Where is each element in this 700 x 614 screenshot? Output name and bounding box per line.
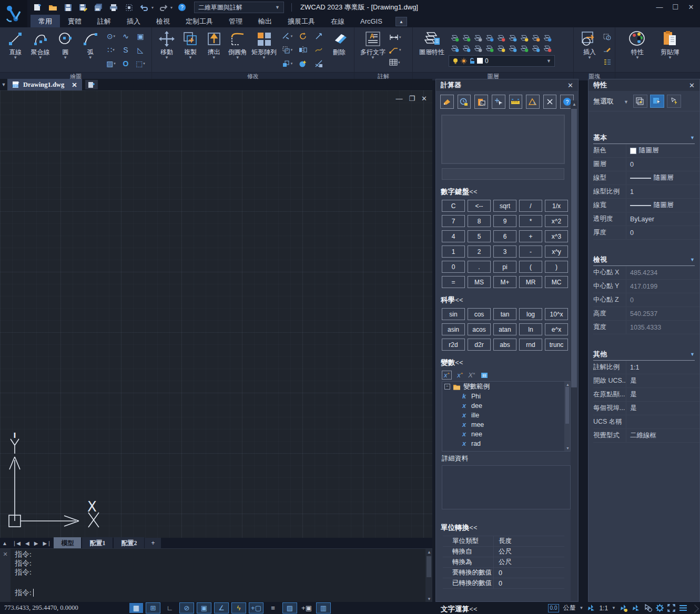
rotate-icon[interactable] xyxy=(299,32,307,40)
prop-value[interactable]: 隨圖層 xyxy=(626,144,699,157)
unit-row-value[interactable]: 0 xyxy=(493,578,564,588)
rect-array-button[interactable]: 矩形陣列 ▼ xyxy=(250,28,278,71)
calc-key-6[interactable]: 6 xyxy=(493,230,516,242)
fullscreen-icon[interactable] xyxy=(667,604,675,612)
calc-key-10^x[interactable]: 10^x xyxy=(545,308,568,320)
command-history[interactable]: 指令:指令:指令: 指令: xyxy=(11,549,425,602)
arc-button[interactable]: 弧 ▼ xyxy=(79,28,103,71)
calc-key-r2d[interactable]: r2d xyxy=(442,339,465,351)
command-prompt[interactable]: 指令: xyxy=(15,588,34,597)
menu-tab[interactable]: 擴展工具 xyxy=(280,15,323,27)
calc-key-x^y[interactable]: x^y xyxy=(545,245,568,258)
clear-icon[interactable] xyxy=(440,95,454,109)
calc-key-d2r[interactable]: d2r xyxy=(468,339,491,351)
calc-key-<--[interactable]: <-- xyxy=(468,200,491,212)
calc-key-/[interactable]: / xyxy=(519,200,542,212)
calc-key-tan[interactable]: tan xyxy=(493,308,516,320)
chevron-down-icon[interactable]: ▼ xyxy=(13,56,17,60)
measure-angle-icon[interactable] xyxy=(526,95,540,109)
chevron-down-icon[interactable]: ▼ xyxy=(624,99,628,105)
measure-distance-icon[interactable] xyxy=(509,95,523,109)
layer-tool-icon[interactable] xyxy=(543,45,552,53)
layer-tool-icon[interactable] xyxy=(485,45,494,53)
block-attributes-icon[interactable] xyxy=(603,59,611,66)
layer-tool-icon[interactable] xyxy=(462,45,471,53)
chevron-down-icon[interactable]: ▼ xyxy=(690,257,695,262)
spline-icon[interactable]: ∿ xyxy=(123,32,129,40)
chevron-down-icon[interactable]: ▼ xyxy=(88,56,93,60)
doc-close-icon[interactable]: ✕ xyxy=(421,95,427,103)
prop-value[interactable]: 隨圖層 xyxy=(626,199,699,212)
ribbon-collapse-icon[interactable]: ▲ xyxy=(395,17,407,26)
viewport-icon[interactable]: ▥ xyxy=(316,602,331,613)
table-icon[interactable]: ▾ xyxy=(389,59,401,66)
calc-key--[interactable]: - xyxy=(519,245,542,258)
scroll-thumb[interactable] xyxy=(565,387,569,424)
chevron-down-icon[interactable]: ▼ xyxy=(262,56,266,60)
last-layout-icon[interactable]: ▶❘ xyxy=(40,540,53,546)
layer-tool-icon[interactable] xyxy=(450,45,459,53)
boundary-icon[interactable]: ⬚▾ xyxy=(136,59,145,68)
grid-display-icon[interactable]: ▦ xyxy=(129,603,143,613)
stretch-multiple-icon[interactable]: ▾ xyxy=(282,59,293,68)
print-icon[interactable] xyxy=(108,2,119,13)
unit-row-value[interactable]: 長度 xyxy=(493,536,564,546)
variable-details-box[interactable] xyxy=(442,465,571,509)
pick-point-icon[interactable] xyxy=(492,95,505,109)
calc-key-acos[interactable]: acos xyxy=(468,323,491,335)
menu-tab[interactable]: 實體 xyxy=(60,15,89,27)
ortho-icon[interactable]: ∟ xyxy=(163,603,177,613)
annotation-scale-value[interactable]: 1:1 xyxy=(599,605,608,612)
save-icon[interactable] xyxy=(62,2,74,13)
menu-tab[interactable]: 註解 xyxy=(89,15,119,27)
prev-layout-icon[interactable]: ◀ xyxy=(23,540,32,546)
calc-key-.[interactable]: . xyxy=(468,261,491,273)
line-button[interactable]: 直線 ▼ xyxy=(4,28,27,71)
menu-tab[interactable]: ArcGIS xyxy=(352,15,390,27)
chevron-down-icon[interactable]: ▼ xyxy=(188,56,192,60)
close-document-icon[interactable]: ✕ xyxy=(72,81,77,89)
prop-value[interactable]: 是 xyxy=(626,402,699,415)
layer-tool-icon[interactable] xyxy=(462,34,471,42)
menu-tab[interactable]: 定制工具 xyxy=(178,15,221,27)
calc-key-7[interactable]: 7 xyxy=(442,215,465,227)
menu-tab[interactable]: 檢視 xyxy=(148,15,178,27)
layer-tool-icon[interactable] xyxy=(473,45,482,53)
object-snap-icon[interactable]: ▣ xyxy=(197,602,211,613)
chevron-down-icon[interactable]: ▼ xyxy=(587,56,592,60)
grid-snap-icon[interactable]: ⊞ xyxy=(146,602,160,613)
leader-icon[interactable]: ▾ xyxy=(389,46,401,54)
autosnap-icon[interactable]: ϟ xyxy=(231,602,246,613)
quick-select-icon[interactable] xyxy=(633,95,647,108)
properties-close-icon[interactable]: ✕ xyxy=(689,81,695,89)
select-objects-icon[interactable] xyxy=(650,95,664,108)
lineweight-icon[interactable]: ≡ xyxy=(266,603,280,613)
break-icon[interactable] xyxy=(315,46,323,54)
scroll-thumb[interactable] xyxy=(571,109,577,387)
chevron-down-icon[interactable]: ▼ xyxy=(212,56,216,60)
save-as-icon[interactable] xyxy=(77,2,89,13)
close-button[interactable]: ✕ xyxy=(683,0,699,14)
chevron-down-icon[interactable]: ▼ xyxy=(668,56,672,60)
calc-key-sin[interactable]: sin xyxy=(442,308,465,320)
plot-preview-icon[interactable] xyxy=(123,2,135,13)
expand-up-icon[interactable]: ▲ xyxy=(0,540,9,546)
calc-key-asin[interactable]: asin xyxy=(442,323,465,335)
object-snap-tracking-icon[interactable]: ∠ xyxy=(214,602,229,613)
layout-tab[interactable]: 配置1 xyxy=(82,537,113,549)
layer-tool-icon[interactable] xyxy=(485,34,494,42)
prop-value[interactable]: 隨圖層 xyxy=(626,171,699,185)
calc-key-)[interactable]: ) xyxy=(545,261,568,273)
calc-key-rnd[interactable]: rnd xyxy=(519,339,542,351)
layer-tool-icon[interactable] xyxy=(520,45,529,53)
new-file-icon[interactable] xyxy=(32,2,43,13)
calculator-input[interactable] xyxy=(442,168,564,180)
calc-key-MC[interactable]: MC xyxy=(545,276,568,288)
prop-value[interactable]: 0 xyxy=(626,158,699,171)
calc-key-3[interactable]: 3 xyxy=(493,245,516,258)
delete-icon[interactable] xyxy=(543,95,557,109)
layout-tab[interactable]: 配置2 xyxy=(114,537,144,549)
copy-button[interactable]: 複製 ▼ xyxy=(179,28,201,71)
add-layout-icon[interactable]: + xyxy=(145,538,161,548)
maximize-button[interactable]: ☐ xyxy=(667,0,683,14)
